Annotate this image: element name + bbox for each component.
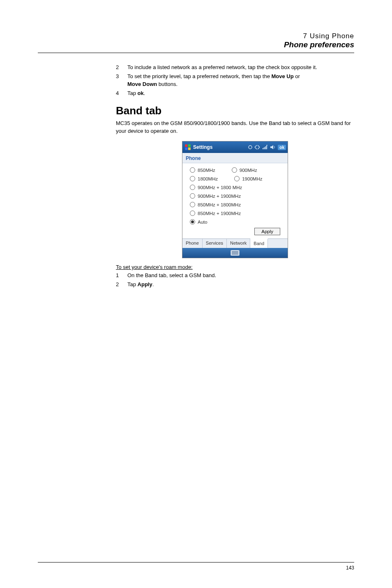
radio-1900mhz[interactable] [234,176,240,181]
page-header: 7 Using Phone Phone preferences [38,32,354,49]
start-icon[interactable] [184,144,191,151]
radio-label: 900MHz + 1900MHz [198,194,241,199]
instruction-list-a: 2 To include a listed network as a prefe… [116,64,354,97]
chapter-title: 7 Using Phone [38,32,354,40]
screen-subheading: Phone [182,153,288,163]
list-text: To set the priority level, tap a preferr… [127,73,354,88]
connectivity-icon [254,145,260,150]
list-text: To include a listed network as a preferr… [127,64,354,72]
band-tab-heading: Band tab [116,104,354,117]
radio-850-1800[interactable] [190,202,195,207]
list-item: 1 On the Band tab, select a GSM band. [116,272,354,280]
window-title: Settings [193,144,248,150]
tab-band[interactable]: Band [250,238,268,248]
roam-mode-heading: To set your device's roam mode: [116,264,354,270]
radio-auto[interactable] [190,219,195,225]
header-rule [38,53,354,53]
radio-900-1800[interactable] [190,185,195,190]
radio-label: Auto [198,220,208,225]
list-text: Tap ok. [127,90,354,97]
radio-850mhz[interactable] [190,167,195,173]
keyboard-icon[interactable] [231,250,240,256]
tab-services[interactable]: Services [203,239,227,248]
signal-icon [262,145,268,150]
radio-label: 850MHz + 1800MHz [198,202,241,207]
radio-label: 850MHz + 1900MHz [198,211,241,216]
svg-point-4 [249,146,252,149]
footer-rule [38,562,354,563]
speaker-icon [270,145,276,150]
embedded-screenshot: Settings ok Phone 850MHz 900MHz [182,141,288,258]
tab-phone[interactable]: Phone [182,239,203,248]
status-dot-icon [248,145,252,149]
list-number: 2 [116,281,127,289]
bottom-bar [182,248,288,258]
radio-label: 900MHz + 1800 MHz [198,185,242,190]
svg-rect-3 [188,148,191,150]
instruction-list-b: 1 On the Band tab, select a GSM band. 2 … [116,272,354,289]
radio-label: 1900MHz [242,176,262,181]
list-item: 3 To set the priority level, tap a prefe… [116,73,354,88]
svg-rect-2 [185,148,187,150]
list-number: 3 [116,73,127,88]
radio-900mhz[interactable] [232,167,237,173]
radio-label: 1800MHz [198,176,218,181]
list-number: 4 [116,90,127,97]
screen-body: 850MHz 900MHz 1800MHz 1900MHz 900MHz + 1… [182,163,288,238]
list-number: 1 [116,272,127,280]
apply-button[interactable]: Apply [254,228,280,235]
status-icons: ok [248,145,286,150]
page-number: 143 [346,565,354,571]
list-item: 4 Tap ok. [116,90,354,97]
svg-rect-1 [188,144,191,147]
radio-1800mhz[interactable] [190,176,195,181]
list-text: Tap Apply. [127,281,354,289]
radio-label: 850MHz [198,168,215,173]
radio-850-1900[interactable] [190,211,195,216]
radio-label: 900MHz [240,168,257,173]
tab-network[interactable]: Network [227,239,250,248]
tabs: Phone Services Network Band [182,238,288,248]
titlebar: Settings ok [182,141,288,153]
section-title: Phone preferences [38,40,354,49]
list-text: On the Band tab, select a GSM band. [127,272,354,280]
list-item: 2 To include a listed network as a prefe… [116,64,354,72]
list-item: 2 Tap Apply. [116,281,354,289]
radio-900-1900[interactable] [190,193,195,199]
band-tab-paragraph: MC35 operates on the GSM 850/900/1800/19… [116,120,354,135]
ok-button[interactable]: ok [278,145,286,150]
list-number: 2 [116,64,127,72]
svg-rect-0 [185,144,187,147]
